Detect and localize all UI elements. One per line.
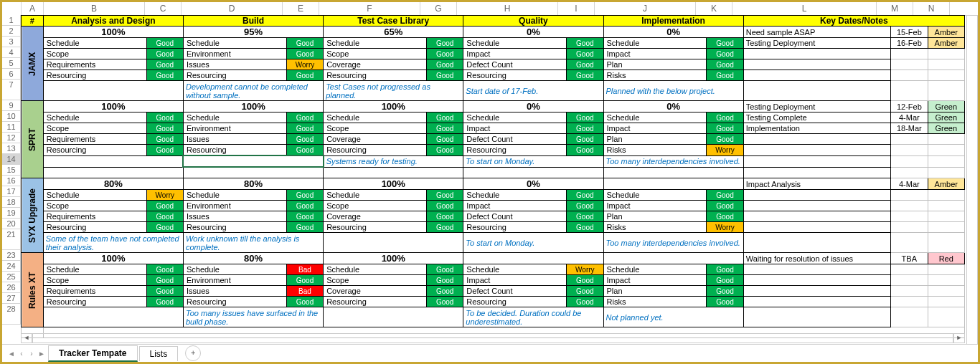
row-28[interactable]: 28 <box>2 304 21 325</box>
tab-lists[interactable]: Lists <box>139 346 179 361</box>
col-F[interactable]: F <box>319 2 420 15</box>
label-cell[interactable]: Schedule <box>324 38 427 49</box>
tab-tracker-template[interactable]: Tracker Tempate <box>48 345 138 362</box>
keynote-cell[interactable]: Testing Complete <box>743 112 890 123</box>
row-5[interactable]: 5 <box>2 58 21 69</box>
status-cell[interactable]: Good <box>426 59 463 70</box>
add-sheet-button[interactable]: + <box>185 345 201 361</box>
keynote-cell[interactable]: Implementation <box>743 123 890 134</box>
row-15[interactable]: 15 <box>2 165 21 176</box>
col-K[interactable]: K <box>696 2 732 15</box>
row-9[interactable]: 9 <box>2 100 21 111</box>
keynote-cell[interactable]: Testing Deployment <box>743 38 890 49</box>
tab-last-icon[interactable]: ► <box>37 350 47 358</box>
tab-next-icon[interactable]: › <box>27 350 37 358</box>
note-cell[interactable]: Development cannot be completed without … <box>183 81 323 101</box>
pct-cell[interactable]: 100% <box>324 101 463 112</box>
status-cell[interactable]: Good <box>567 49 603 59</box>
label-cell[interactable]: Scope <box>324 49 427 59</box>
row-10[interactable]: 10 <box>2 111 21 122</box>
horizontal-scrollbar[interactable]: ◄ ► <box>21 333 965 343</box>
keydate-cell[interactable]: 12-Feb <box>891 101 928 112</box>
status-cell[interactable]: Amber <box>928 38 965 49</box>
label-cell[interactable]: Resourcing <box>463 70 567 81</box>
label-cell[interactable]: Scope <box>43 49 146 59</box>
row-18[interactable]: 18 <box>2 197 21 208</box>
status-cell[interactable]: Good <box>707 49 743 59</box>
tab-prev-icon[interactable]: ‹ <box>17 350 27 358</box>
label-cell[interactable]: Issues <box>183 59 286 70</box>
status-cell[interactable]: Good <box>426 70 463 81</box>
keynote-cell[interactable]: Need sample ASAP <box>743 27 890 38</box>
pct-cell[interactable]: 0% <box>603 27 743 38</box>
status-cell[interactable]: Good <box>707 70 743 81</box>
pct-cell[interactable]: 0% <box>463 27 603 38</box>
row-25[interactable]: 25 <box>2 272 21 282</box>
col-B[interactable]: B <box>44 2 145 15</box>
col-I[interactable]: I <box>558 2 595 15</box>
status-cell[interactable]: Good <box>286 38 323 49</box>
row-17[interactable]: 17 <box>2 186 21 197</box>
label-cell[interactable]: Schedule <box>603 38 707 49</box>
status-cell[interactable]: Good <box>707 38 743 49</box>
row-21[interactable]: 21 <box>2 229 21 250</box>
label-cell[interactable]: Schedule <box>463 38 567 49</box>
pct-cell[interactable]: 95% <box>183 27 323 38</box>
scroll-track[interactable] <box>966 15 978 345</box>
col-D[interactable]: D <box>182 2 283 15</box>
label-cell[interactable]: Risks <box>603 70 707 81</box>
row-3[interactable]: 3 <box>2 37 21 47</box>
label-cell[interactable]: Defect Count <box>463 59 567 70</box>
status-cell[interactable]: Amber <box>928 27 965 38</box>
scroll-track[interactable] <box>32 333 953 343</box>
col-H[interactable]: H <box>457 2 558 15</box>
status-cell[interactable]: Good <box>286 49 323 59</box>
col-A[interactable]: A <box>22 2 44 15</box>
label-cell[interactable]: Coverage <box>324 59 427 70</box>
row-4[interactable]: 4 <box>2 47 21 58</box>
pct-cell[interactable]: 100% <box>43 27 183 38</box>
status-cell[interactable]: Good <box>707 59 743 70</box>
keydate-cell[interactable]: 4-Mar <box>891 178 928 190</box>
status-cell[interactable]: Green <box>928 112 965 123</box>
label-cell[interactable]: Schedule <box>43 38 146 49</box>
status-cell[interactable]: Worry <box>286 59 323 70</box>
label-cell[interactable]: Impact <box>463 49 567 59</box>
status-cell[interactable]: Good <box>146 70 183 81</box>
note-cell[interactable]: Test Cases not progressed as planned. <box>324 81 463 101</box>
tab-first-icon[interactable]: ◄ <box>6 350 17 358</box>
keydate-cell[interactable]: TBA <box>891 253 928 264</box>
status-cell[interactable]: Good <box>286 70 323 81</box>
status-cell[interactable]: Good <box>567 38 603 49</box>
keydate-cell[interactable]: 15-Feb <box>891 27 928 38</box>
note-cell[interactable]: Start date of 17-Feb. <box>463 81 603 101</box>
row-7[interactable]: 7 <box>2 80 21 100</box>
row-23[interactable]: 23 <box>2 250 21 261</box>
vertical-scrollbar[interactable] <box>966 15 978 343</box>
row-2[interactable]: 2 <box>2 26 21 37</box>
keydate-cell[interactable]: 18-Mar <box>891 123 928 134</box>
row-1[interactable]: 1 <box>2 15 21 26</box>
status-cell[interactable]: Good <box>567 59 603 70</box>
pct-cell[interactable]: 100% <box>43 101 183 112</box>
col-E[interactable]: E <box>283 2 319 15</box>
label-cell[interactable]: Plan <box>603 59 707 70</box>
label-cell[interactable]: Requirements <box>43 59 146 70</box>
label-cell[interactable]: Resourcing <box>43 70 146 81</box>
label-cell[interactable]: Resourcing <box>324 70 427 81</box>
row-12[interactable]: 12 <box>2 133 21 143</box>
col-N[interactable]: N <box>913 2 950 15</box>
keydate-cell[interactable]: 4-Mar <box>891 112 928 123</box>
status-cell[interactable]: Amber <box>928 178 965 190</box>
status-cell[interactable]: Red <box>928 253 965 264</box>
row-13[interactable]: 13 <box>2 143 21 154</box>
row-27[interactable]: 27 <box>2 293 21 304</box>
status-cell[interactable]: Good <box>146 59 183 70</box>
pct-cell[interactable]: 100% <box>183 101 323 112</box>
keydate-cell[interactable]: 16-Feb <box>891 38 928 49</box>
label-cell[interactable]: Resourcing <box>183 70 286 81</box>
col-M[interactable]: M <box>877 2 913 15</box>
status-cell[interactable]: Good <box>146 38 183 49</box>
row-24[interactable]: 24 <box>2 261 21 272</box>
scroll-left-icon[interactable]: ◄ <box>21 333 32 343</box>
